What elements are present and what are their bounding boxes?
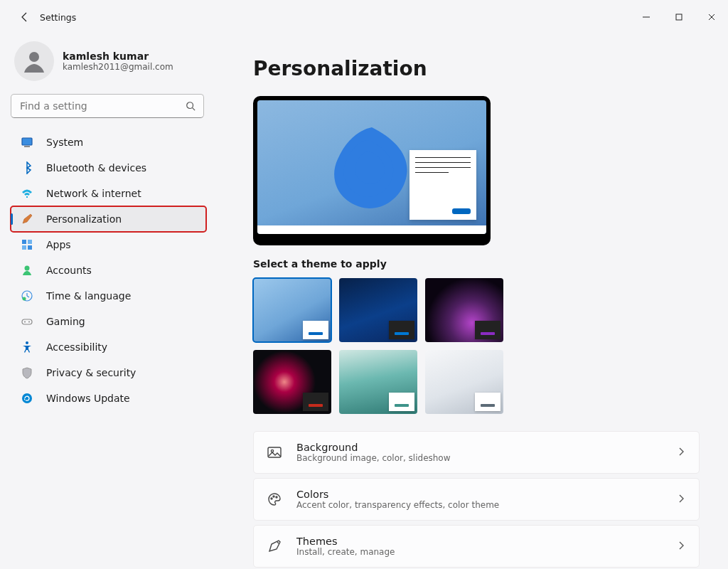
sidebar-item-label: Personalization: [46, 213, 122, 225]
bluetooth-icon: [21, 161, 33, 174]
sidebar-item-label: Gaming: [46, 316, 85, 327]
option-colors[interactable]: ColorsAccent color, transparency effects…: [253, 478, 700, 521]
sidebar-item-network[interactable]: Network & internet: [11, 181, 206, 206]
system-icon: [21, 136, 33, 149]
theme-thumbnail-5[interactable]: [425, 350, 503, 414]
sidebar-item-privacy[interactable]: Privacy & security: [11, 360, 206, 385]
sidebar-item-time[interactable]: Time & language: [11, 283, 206, 309]
svg-point-13: [25, 266, 30, 271]
privacy-icon: [21, 366, 33, 379]
accessibility-icon: [21, 341, 33, 353]
theme-section-label: Select a theme to apply: [253, 258, 711, 270]
network-icon: [21, 187, 33, 200]
svg-rect-21: [268, 447, 281, 457]
colors-icon: [267, 491, 282, 507]
search-box[interactable]: [11, 94, 204, 118]
page-title: Personalization: [253, 57, 711, 80]
close-button[interactable]: [695, 6, 728, 28]
back-button[interactable]: [13, 5, 37, 29]
svg-point-15: [23, 297, 26, 301]
minimize-icon: [642, 13, 651, 21]
background-icon: [267, 445, 282, 460]
sidebar-item-label: Accounts: [46, 265, 92, 276]
update-icon: [21, 392, 33, 405]
main-content: Personalization Select a theme to apply …: [213, 34, 728, 569]
theme-thumbnail-1[interactable]: [339, 278, 417, 342]
svg-rect-12: [28, 245, 32, 250]
profile-name: kamlesh kumar: [63, 50, 173, 62]
option-background[interactable]: BackgroundBackground image, color, slide…: [253, 431, 700, 474]
profile[interactable]: kamlesh kumar kamlesh2011@gmail.com: [14, 41, 213, 81]
theme-swatch: [389, 321, 414, 339]
chevron-right-icon: [676, 540, 686, 553]
sidebar-item-accounts[interactable]: Accounts: [11, 257, 206, 283]
close-icon: [707, 13, 716, 21]
user-icon: [20, 47, 48, 75]
apps-icon: [21, 238, 33, 251]
sidebar-item-apps[interactable]: Apps: [11, 232, 206, 257]
sidebar: kamlesh kumar kamlesh2011@gmail.com Syst…: [0, 34, 213, 569]
theme-swatch: [475, 393, 500, 411]
theme-thumbnail-4[interactable]: [339, 350, 417, 414]
svg-point-5: [187, 102, 193, 109]
sidebar-item-system[interactable]: System: [11, 129, 206, 155]
search-input[interactable]: [11, 94, 204, 118]
gaming-icon: [21, 315, 33, 328]
option-desc: Accent color, transparency effects, colo…: [296, 500, 499, 510]
svg-rect-7: [22, 138, 32, 145]
theme-swatch: [389, 393, 414, 411]
themes-icon: [267, 538, 282, 554]
option-themes[interactable]: ThemesInstall, create, manage: [253, 525, 700, 568]
option-desc: Install, create, manage: [296, 547, 395, 557]
option-title: Background: [296, 442, 451, 453]
svg-point-18: [28, 321, 30, 323]
sidebar-item-accessibility[interactable]: Accessibility: [11, 334, 206, 360]
sidebar-item-label: Privacy & security: [46, 367, 136, 378]
svg-point-24: [273, 496, 274, 497]
chevron-right-icon: [676, 446, 686, 459]
personalization-icon: [21, 213, 33, 225]
theme-preview: [253, 96, 491, 245]
sidebar-item-label: Bluetooth & devices: [46, 162, 146, 174]
profile-email: kamlesh2011@gmail.com: [63, 62, 173, 72]
chevron-right-icon: [676, 493, 686, 506]
sidebar-item-label: System: [46, 137, 83, 148]
sidebar-item-label: Apps: [46, 239, 71, 250]
sidebar-item-label: Windows Update: [46, 393, 130, 404]
avatar: [14, 41, 54, 81]
sidebar-item-bluetooth[interactable]: Bluetooth & devices: [11, 155, 206, 181]
svg-point-25: [276, 496, 277, 498]
svg-point-23: [271, 498, 272, 499]
maximize-icon: [675, 13, 683, 21]
sidebar-item-update[interactable]: Windows Update: [11, 385, 206, 411]
option-title: Colors: [296, 489, 499, 500]
option-desc: Background image, color, slideshow: [296, 453, 451, 463]
theme-thumbnail-2[interactable]: [425, 278, 503, 342]
svg-rect-9: [22, 240, 26, 244]
time-icon: [21, 289, 33, 302]
svg-rect-11: [22, 245, 26, 250]
theme-thumbnail-0[interactable]: [253, 278, 331, 342]
theme-swatch: [303, 393, 328, 411]
theme-thumbnail-3[interactable]: [253, 350, 331, 414]
svg-line-6: [193, 108, 196, 111]
search-icon: [186, 101, 196, 111]
svg-point-17: [24, 321, 26, 323]
sidebar-item-personalization[interactable]: Personalization: [11, 206, 206, 232]
sidebar-item-label: Accessibility: [46, 341, 107, 353]
arrow-left-icon: [19, 11, 31, 23]
minimize-button[interactable]: [630, 6, 663, 28]
maximize-button[interactable]: [663, 6, 695, 28]
themes-grid: [253, 278, 509, 414]
svg-rect-16: [22, 319, 32, 324]
window-title: Settings: [40, 12, 76, 23]
theme-swatch: [303, 321, 328, 339]
option-title: Themes: [296, 536, 395, 547]
theme-swatch: [475, 321, 500, 339]
sidebar-item-label: Time & language: [46, 290, 131, 302]
sidebar-item-label: Network & internet: [46, 188, 141, 199]
svg-point-20: [22, 393, 32, 403]
sidebar-item-gaming[interactable]: Gaming: [11, 309, 206, 334]
svg-rect-10: [28, 240, 32, 244]
svg-rect-1: [676, 14, 682, 20]
